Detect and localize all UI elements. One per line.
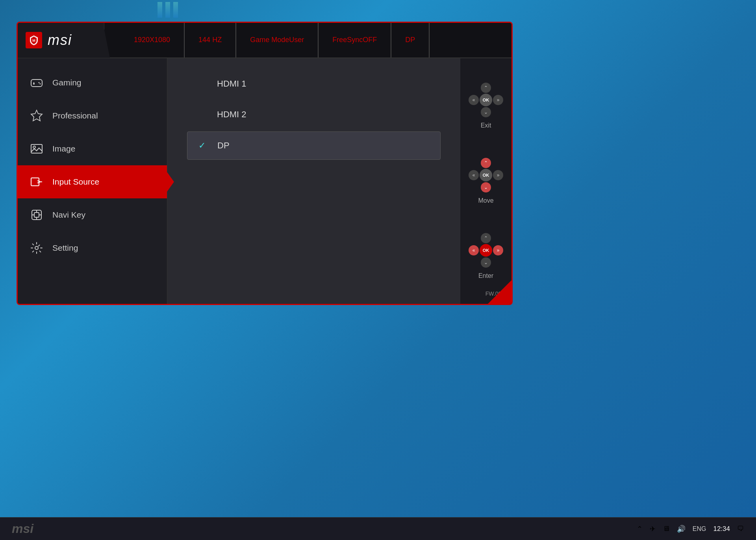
checkmark-dp: ✓ [198, 141, 209, 151]
svg-point-18 [35, 246, 38, 250]
taskbar-arrow-icon: ⌃ [637, 525, 643, 533]
sidebar-item-gaming[interactable]: Gaming [18, 66, 167, 99]
sidebar-item-navi-key[interactable]: Navi Key [18, 198, 167, 231]
taskbar-volume-icon: 🔊 [677, 525, 686, 533]
freesync-stat: FreeSync OFF [319, 23, 391, 57]
enter-dpad-up[interactable]: ⌃ [481, 233, 491, 243]
enter-label: Enter [478, 272, 493, 279]
option-label-hdmi1: HDMI 1 [217, 79, 246, 89]
exit-dpad-down[interactable]: ⌄ [481, 107, 491, 117]
exit-label: Exit [481, 122, 491, 129]
svg-point-9 [33, 146, 35, 148]
bottom-msi-text: msi [12, 522, 33, 536]
enter-control-group: « » ⌃ ⌄ OK Enter [469, 233, 503, 279]
exit-dpad-left[interactable]: « [469, 95, 479, 105]
sidebar-gaming-label: Gaming [52, 78, 82, 87]
blue-accent-bars [0, 0, 756, 22]
msi-logo: M msi [18, 22, 104, 58]
move-dpad-up[interactable]: ⌃ [481, 158, 491, 168]
msi-brand-text: msi [48, 32, 72, 48]
option-item-hdmi1[interactable]: HDMI 1 [187, 70, 441, 98]
enter-dpad-left[interactable]: « [469, 245, 479, 255]
move-control-group: « » ⌃ ⌄ OK Move [469, 158, 503, 204]
enter-dpad[interactable]: « » ⌃ ⌄ OK [469, 233, 503, 268]
svg-rect-10 [31, 178, 39, 186]
taskbar-time: 12:34 [713, 525, 730, 533]
msi-shield-icon: M [26, 32, 42, 48]
move-dpad-down[interactable]: ⌄ [481, 182, 491, 192]
taskbar-lang: ENG [693, 525, 706, 533]
sidebar-navi-key-label: Navi Key [52, 210, 85, 220]
header-bar: M msi 1920X1080 144 HZ Game Mode User Fr… [18, 23, 511, 58]
svg-rect-13 [34, 213, 39, 217]
option-item-dp[interactable]: ✓DP [187, 131, 441, 160]
svg-rect-1 [31, 80, 42, 87]
game-mode-stat: Game Mode User [236, 23, 319, 57]
firmware-version: FW.007 [485, 290, 504, 297]
move-dpad-center[interactable]: OK [480, 169, 492, 181]
move-dpad-right[interactable]: » [493, 170, 503, 180]
exit-dpad-up[interactable]: ⌃ [481, 83, 491, 93]
refresh-rate-stat: 144 HZ [185, 23, 236, 57]
exit-dpad[interactable]: « » ⌃ ⌄ OK [469, 83, 503, 117]
header-stats: 1920X1080 144 HZ Game Mode User FreeSync… [104, 23, 511, 57]
main-content: Gaming Professional [18, 58, 511, 304]
option-label-hdmi2: HDMI 2 [217, 109, 246, 120]
svg-marker-7 [31, 110, 42, 121]
svg-point-6 [40, 83, 41, 85]
input-stat: DP [391, 23, 430, 57]
taskbar-airplane-icon: ✈ [650, 525, 656, 533]
navi-key-icon [29, 207, 44, 223]
bottom-brand-bar: msi [0, 517, 118, 540]
svg-point-5 [39, 82, 40, 83]
move-dpad[interactable]: « » ⌃ ⌄ OK [469, 158, 503, 192]
sidebar-item-setting[interactable]: Setting [18, 231, 167, 264]
svg-rect-8 [31, 144, 42, 153]
professional-icon [29, 108, 44, 124]
resolution-stat: 1920X1080 [120, 23, 185, 57]
sidebar-item-professional[interactable]: Professional [18, 99, 167, 132]
sidebar-item-image[interactable]: Image [18, 132, 167, 165]
input-source-icon [29, 174, 44, 190]
svg-text:M: M [32, 39, 35, 43]
controls-panel: « » ⌃ ⌄ OK Exit « » ⌃ ⌄ OK Move [460, 58, 511, 304]
option-item-hdmi2[interactable]: HDMI 2 [187, 101, 441, 128]
setting-icon [29, 240, 44, 256]
sidebar-setting-label: Setting [52, 243, 78, 253]
gaming-icon [29, 75, 44, 91]
exit-dpad-right[interactable]: » [493, 95, 503, 105]
taskbar-monitor-icon: 🖥 [663, 525, 670, 533]
taskbar-notification-icon: 🗨 [737, 525, 744, 533]
sidebar-item-input-source[interactable]: Input Source [18, 165, 167, 198]
sidebar-professional-label: Professional [52, 111, 98, 120]
option-label-dp: DP [217, 141, 230, 151]
monitor-osd: M msi 1920X1080 144 HZ Game Mode User Fr… [17, 22, 513, 305]
exit-control-group: « » ⌃ ⌄ OK Exit [469, 83, 503, 129]
sidebar-input-source-label: Input Source [52, 177, 99, 187]
enter-dpad-right[interactable]: » [493, 245, 503, 255]
option-list: HDMI 1HDMI 2✓DP [187, 70, 441, 160]
move-label: Move [478, 197, 493, 204]
sidebar: Gaming Professional [18, 58, 167, 304]
content-panel: HDMI 1HDMI 2✓DP [167, 58, 460, 304]
exit-dpad-center[interactable]: OK [480, 94, 492, 106]
enter-dpad-down[interactable]: ⌄ [481, 257, 491, 268]
sidebar-image-label: Image [52, 144, 75, 153]
move-dpad-left[interactable]: « [469, 170, 479, 180]
image-icon [29, 141, 44, 157]
enter-dpad-center[interactable]: OK [480, 244, 492, 257]
